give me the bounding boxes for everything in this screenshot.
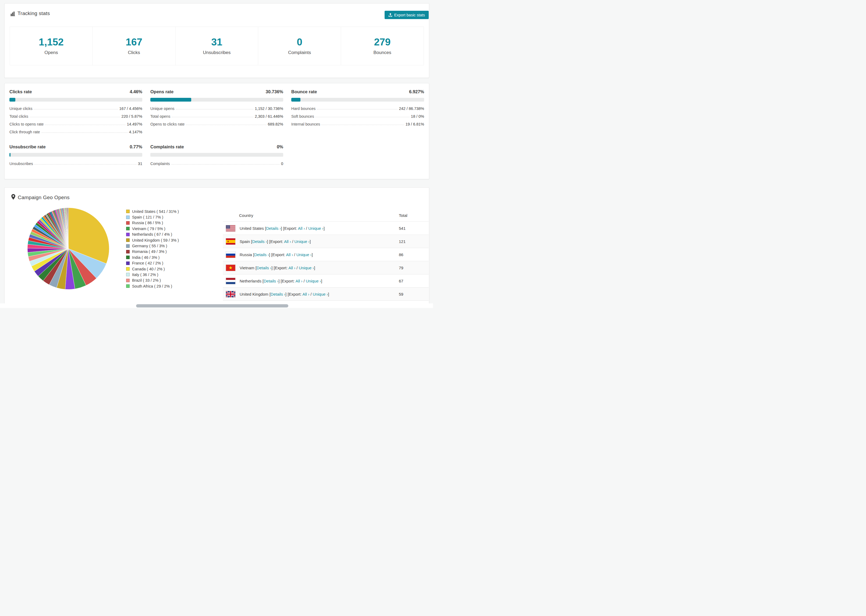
export-all-link[interactable]: All › <box>288 266 296 270</box>
export-all-link[interactable]: All › <box>296 279 302 283</box>
rate-detail-row: Unsubscribes31 <box>9 159 142 167</box>
export-icon <box>388 13 392 17</box>
rate-detail-value: 31 <box>138 162 142 167</box>
legend-item: South Africa ( 29 / 2% ) <box>126 283 179 289</box>
rate-progress-fill <box>150 98 191 102</box>
rate-detail-label: Total opens <box>150 114 170 119</box>
export-unique-link[interactable]: Unique › <box>308 226 324 231</box>
export-unique-link[interactable]: Unique › <box>294 239 310 244</box>
legend-label: France ( 42 / 2% ) <box>132 261 163 265</box>
legend-label: Italy ( 36 / 2% ) <box>132 272 158 277</box>
export-unique-link[interactable]: Unique › <box>306 279 321 283</box>
legend-label: Brazil ( 33 / 2% ) <box>132 278 161 283</box>
export-button-label: Export basic stats <box>394 13 425 17</box>
legend-item: Italy ( 36 / 2% ) <box>126 272 179 277</box>
legend-label: Spain ( 121 / 7% ) <box>132 215 163 219</box>
details-link[interactable]: Details › <box>266 226 281 231</box>
legend-item: Germany ( 55 / 3% ) <box>126 243 179 248</box>
legend-swatch <box>126 250 130 253</box>
export-unique-link[interactable]: Unique › <box>313 292 328 297</box>
table-row-vn: Vietnam [Details ›] [Export: All › / Uni… <box>223 261 429 274</box>
tracking-stats-tiles: 1,152Opens167Clicks31Unsubscribes0Compla… <box>10 27 424 65</box>
rate-block-unsubscribe-rate: Unsubscribe rate0.77%Unsubscribes31 <box>9 144 142 167</box>
country-cell: United Kingdom [Details ›] [Export: All … <box>236 292 399 297</box>
rate-detail-value: 220 / 5.87% <box>121 114 142 119</box>
stat-label: Unsubscribes <box>176 50 258 55</box>
legend-item: Romania ( 49 / 3% ) <box>126 249 179 255</box>
export-all-link[interactable]: All › <box>302 292 309 297</box>
tracking-stats-header: Tracking stats Export basic stats <box>5 3 429 24</box>
rate-detail-row: Soft bounces18 / 0% <box>291 112 424 119</box>
details-link[interactable]: Details › <box>254 252 269 257</box>
stat-tile-unsubscribes: 31Unsubscribes <box>175 27 258 65</box>
table-row-nl: Netherlands [Details ›] [Export: All › /… <box>223 274 429 287</box>
rate-progress-fill <box>9 153 11 157</box>
rate-progress-bar <box>150 153 283 157</box>
flag-icon-ru <box>226 251 236 258</box>
horizontal-scrollbar[interactable] <box>0 303 433 308</box>
rate-detail-label: Clicks to opens rate <box>9 122 44 127</box>
column-header-country: Country <box>223 213 399 218</box>
export-prefix: Export: <box>282 279 295 283</box>
rate-value: 4.46% <box>130 89 142 94</box>
bar-chart-icon <box>11 11 15 16</box>
legend-label: India ( 46 / 3% ) <box>132 255 159 259</box>
rate-detail-value: 167 / 4.456% <box>120 107 142 112</box>
rate-title: Clicks rate <box>9 89 32 94</box>
legend-label: Romania ( 49 / 3% ) <box>132 250 167 254</box>
details-link[interactable]: Details › <box>252 239 267 244</box>
export-all-link[interactable]: All › <box>286 252 293 257</box>
rate-header: Clicks rate4.46% <box>9 89 142 94</box>
legend-item: Brazil ( 33 / 2% ) <box>126 278 179 283</box>
export-basic-stats-button[interactable]: Export basic stats <box>384 11 429 19</box>
export-all-link[interactable]: All › <box>298 226 305 231</box>
column-header-total: Total <box>399 213 429 218</box>
geo-pie-chart <box>25 206 111 292</box>
details-link[interactable]: Details › <box>264 279 279 283</box>
legend-swatch <box>126 210 130 213</box>
legend-label: United Kingdom ( 59 / 3% ) <box>132 238 179 242</box>
country-cell: Vietnam [Details ›] [Export: All › / Uni… <box>236 266 399 270</box>
country-name: Russia <box>239 252 252 257</box>
dotted-leader <box>172 117 254 117</box>
rate-detail-label: Unique clicks <box>9 107 32 112</box>
dotted-leader <box>30 117 120 117</box>
country-name: Netherlands <box>239 279 261 283</box>
export-prefix: Export: <box>289 292 302 297</box>
rate-detail-value: 1,152 / 30.736% <box>255 107 283 112</box>
export-prefix: Export: <box>275 266 288 270</box>
export-unique-link[interactable]: Unique › <box>296 252 312 257</box>
legend-label: Canada ( 40 / 2% ) <box>132 267 165 271</box>
export-all-link[interactable]: All › <box>284 239 291 244</box>
legend-swatch <box>126 284 130 288</box>
dotted-leader <box>171 164 280 165</box>
flag-icon-us <box>226 225 236 232</box>
export-unique-link[interactable]: Unique › <box>299 266 314 270</box>
stat-label: Clicks <box>93 50 175 55</box>
rate-progress-bar <box>9 153 142 157</box>
legend-label: Russia ( 86 / 5% ) <box>132 221 163 225</box>
country-total: 541 <box>399 226 429 231</box>
country-cell: Spain [Details ›] [Export: All › / Uniqu… <box>236 239 399 244</box>
legend-item: Vietnam ( 79 / 5% ) <box>126 226 179 231</box>
legend-swatch <box>126 267 130 271</box>
stat-label: Opens <box>10 50 93 55</box>
country-name: United Kingdom <box>239 292 268 297</box>
country-name: United States <box>239 226 264 231</box>
table-row-es: Spain [Details ›] [Export: All › / Uniqu… <box>223 235 429 248</box>
flag-icon-nl <box>226 278 236 284</box>
rate-detail-value: 242 / 86.738% <box>399 107 424 112</box>
details-link[interactable]: Details › <box>257 266 271 270</box>
details-link[interactable]: Details › <box>271 292 285 297</box>
legend-item: India ( 46 / 3% ) <box>126 255 179 260</box>
rates-grid: Clicks rate4.46%Unique clicks167 / 4.456… <box>5 83 429 173</box>
rate-value: 0.77% <box>130 144 142 149</box>
legend-swatch <box>126 221 130 225</box>
rate-block-clicks-rate: Clicks rate4.46%Unique clicks167 / 4.456… <box>9 89 142 135</box>
map-pin-icon <box>11 194 15 200</box>
horizontal-scrollbar-thumb[interactable] <box>136 304 288 308</box>
geo-title: Campaign Geo Opens <box>18 195 70 201</box>
rate-detail-value: 2,303 / 61.446% <box>255 114 283 119</box>
rate-detail-row: Complaints0 <box>150 159 283 167</box>
rate-detail-label: Hard bounces <box>291 107 315 112</box>
